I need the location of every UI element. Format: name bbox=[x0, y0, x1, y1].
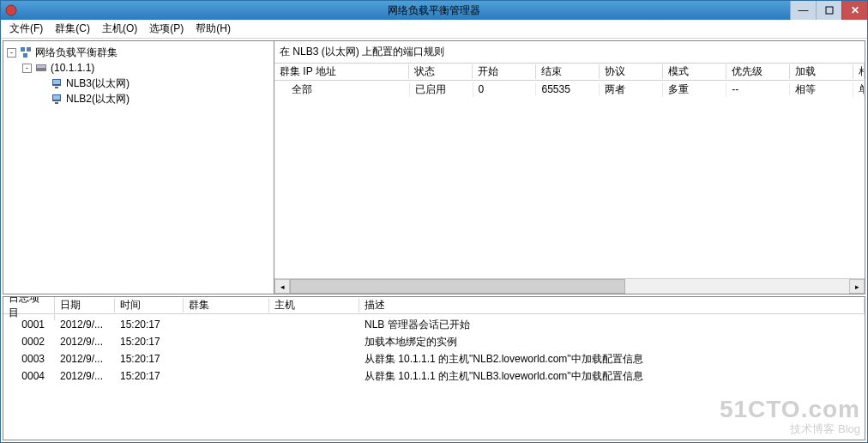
col-start[interactable]: 开始 bbox=[473, 64, 536, 79]
menubar: 文件(F) 群集(C) 主机(O) 选项(P) 帮助(H) bbox=[1, 20, 867, 39]
log-col-host[interactable]: 主机 bbox=[269, 298, 359, 313]
col-load[interactable]: 加载 bbox=[790, 64, 853, 79]
scroll-left-button[interactable]: ◂ bbox=[274, 279, 290, 294]
svg-rect-2 bbox=[21, 47, 25, 52]
log-cell-item: 0003 bbox=[3, 353, 55, 365]
log-cell-time: 15:20:17 bbox=[115, 353, 184, 365]
svg-rect-6 bbox=[37, 65, 45, 68]
log-row[interactable]: 00032012/9/...15:20:17从群集 10.1.1.1 的主机"N… bbox=[3, 350, 865, 367]
svg-rect-1 bbox=[826, 7, 833, 14]
log-pane: 日志项目 日期 时间 群集 主机 描述 00012012/9/...15:20:… bbox=[3, 296, 865, 440]
cell-start: 0 bbox=[473, 83, 537, 95]
cell-protocol: 两者 bbox=[600, 82, 663, 97]
close-button[interactable]: ✕ bbox=[841, 1, 867, 20]
log-col-time[interactable]: 时间 bbox=[115, 298, 184, 313]
cell-affinity: 单一 bbox=[853, 82, 865, 97]
log-header[interactable]: 日志项目 日期 时间 群集 主机 描述 bbox=[3, 297, 865, 314]
col-priority[interactable]: 优先级 bbox=[726, 64, 790, 79]
scroll-right-button[interactable]: ▸ bbox=[849, 279, 865, 294]
log-col-cluster[interactable]: 群集 bbox=[184, 298, 269, 313]
log-col-desc[interactable]: 描述 bbox=[359, 298, 865, 313]
tree-root[interactable]: - 网络负载平衡群集 bbox=[5, 45, 272, 60]
port-rules-body[interactable]: 全部 已启用 0 65535 两者 多重 -- 相等 单一 bbox=[274, 81, 865, 278]
col-status[interactable]: 状态 bbox=[409, 64, 473, 79]
port-rules-header[interactable]: 群集 IP 地址 状态 开始 结束 协议 模式 优先级 加载 相关 bbox=[274, 64, 865, 81]
tree-cluster-label: (10.1.1.1) bbox=[51, 62, 94, 74]
svg-point-0 bbox=[6, 5, 16, 15]
scroll-track[interactable] bbox=[290, 279, 849, 294]
tree-host-nlb3[interactable]: NLB3(以太网) bbox=[5, 76, 272, 91]
tree-cluster[interactable]: - (10.1.1.1) bbox=[5, 60, 272, 76]
log-cell-time: 15:20:17 bbox=[115, 319, 184, 331]
svg-rect-12 bbox=[55, 102, 58, 104]
cell-mode: 多重 bbox=[663, 82, 726, 97]
log-body[interactable]: 00012012/9/...15:20:17NLB 管理器会话已开始000220… bbox=[3, 314, 865, 440]
menu-help[interactable]: 帮助(H) bbox=[190, 20, 236, 38]
port-rules-caption: 在 NLB3 (以太网) 上配置的端口规则 bbox=[274, 41, 865, 64]
cell-status: 已启用 bbox=[410, 82, 473, 97]
tree-host-nlb2[interactable]: NLB2(以太网) bbox=[5, 91, 272, 106]
log-cell-item: 0001 bbox=[3, 319, 55, 331]
log-cell-item: 0002 bbox=[3, 336, 55, 348]
col-cluster-ip[interactable]: 群集 IP 地址 bbox=[274, 64, 409, 79]
minimize-button[interactable]: — bbox=[790, 1, 816, 20]
port-rule-row[interactable]: 全部 已启用 0 65535 两者 多重 -- 相等 单一 bbox=[274, 81, 865, 98]
horizontal-scrollbar[interactable]: ◂ ▸ bbox=[274, 278, 865, 294]
tree-host-label: NLB2(以太网) bbox=[66, 92, 130, 106]
workspace: - 网络负载平衡群集 - (10.1.1.1) NLB3(以太网) NLB2(以… bbox=[3, 40, 865, 294]
log-cell-item: 0004 bbox=[3, 370, 55, 382]
log-cell-desc: 从群集 10.1.1.1 的主机"NLB3.loveworld.com"中加载配… bbox=[359, 369, 865, 384]
svg-rect-3 bbox=[27, 47, 31, 52]
cell-load: 相等 bbox=[790, 82, 853, 97]
menu-cluster[interactable]: 群集(C) bbox=[50, 20, 95, 38]
host-icon bbox=[50, 92, 63, 106]
svg-rect-4 bbox=[23, 53, 27, 58]
app-icon bbox=[4, 3, 18, 17]
log-cell-desc: 加载本地绑定的实例 bbox=[359, 335, 865, 349]
col-protocol[interactable]: 协议 bbox=[600, 64, 663, 79]
cell-ip: 全部 bbox=[274, 82, 410, 97]
tree-host-label: NLB3(以太网) bbox=[66, 76, 130, 91]
tree-pane[interactable]: - 网络负载平衡群集 - (10.1.1.1) NLB3(以太网) NLB2(以… bbox=[3, 41, 274, 294]
log-row[interactable]: 00042012/9/...15:20:17从群集 10.1.1.1 的主机"N… bbox=[3, 367, 865, 385]
log-col-date[interactable]: 日期 bbox=[55, 298, 115, 313]
log-row[interactable]: 00022012/9/...15:20:17加载本地绑定的实例 bbox=[3, 333, 865, 350]
scroll-thumb[interactable] bbox=[290, 279, 625, 294]
clusters-icon bbox=[19, 46, 33, 59]
log-cell-date: 2012/9/... bbox=[55, 336, 115, 348]
log-cell-date: 2012/9/... bbox=[55, 370, 115, 382]
window-title: 网络负载平衡管理器 bbox=[1, 3, 867, 18]
svg-rect-9 bbox=[55, 87, 58, 88]
col-end[interactable]: 结束 bbox=[536, 64, 600, 79]
log-cell-time: 15:20:17 bbox=[115, 336, 184, 348]
collapse-icon[interactable]: - bbox=[22, 64, 32, 73]
port-rules-pane: 在 NLB3 (以太网) 上配置的端口规则 群集 IP 地址 状态 开始 结束 … bbox=[274, 41, 865, 294]
col-mode[interactable]: 模式 bbox=[663, 64, 726, 79]
cell-end: 65535 bbox=[536, 83, 600, 95]
log-row[interactable]: 00012012/9/...15:20:17NLB 管理器会话已开始 bbox=[3, 316, 865, 333]
col-affinity[interactable]: 相关 bbox=[853, 64, 865, 79]
svg-rect-8 bbox=[53, 80, 60, 84]
menu-host[interactable]: 主机(O) bbox=[97, 20, 142, 38]
log-cell-time: 15:20:17 bbox=[115, 370, 184, 382]
titlebar: 网络负载平衡管理器 — ✕ bbox=[1, 1, 867, 20]
cell-priority: -- bbox=[726, 83, 790, 95]
tree-root-label: 网络负载平衡群集 bbox=[35, 46, 118, 60]
log-cell-desc: NLB 管理器会话已开始 bbox=[359, 318, 865, 332]
collapse-icon[interactable]: - bbox=[7, 48, 16, 58]
cluster-icon bbox=[34, 61, 48, 75]
menu-options[interactable]: 选项(P) bbox=[144, 20, 189, 38]
svg-rect-11 bbox=[53, 95, 60, 100]
menu-file[interactable]: 文件(F) bbox=[4, 20, 48, 38]
log-cell-date: 2012/9/... bbox=[55, 353, 115, 365]
host-icon bbox=[50, 76, 63, 90]
log-cell-desc: 从群集 10.1.1.1 的主机"NLB2.loveworld.com"中加载配… bbox=[359, 352, 865, 367]
maximize-button[interactable] bbox=[816, 1, 841, 20]
log-cell-date: 2012/9/... bbox=[55, 319, 115, 331]
